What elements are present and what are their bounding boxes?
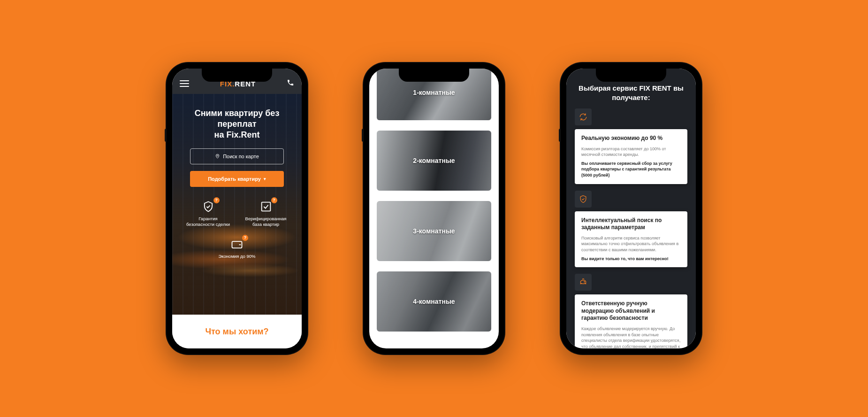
- notch: [202, 69, 272, 82]
- rooms-list: 1-комнатные 2-комнатные 3-комнатные 4-ко…: [369, 69, 499, 348]
- phone-mockup-1: FIX.RENT Сними квартиру без переплат на …: [167, 63, 307, 354]
- svg-point-3: [584, 282, 585, 282]
- call-button[interactable]: [287, 79, 294, 88]
- benefit-card-2: Интеллектуальный поиск по заданным парам…: [575, 211, 687, 268]
- room-card-label: 4-комнатные: [413, 298, 455, 305]
- feature-economy: Экономия до 90%: [182, 238, 292, 259]
- room-card-label: 1-комнатные: [413, 89, 455, 96]
- benefit-strong: Вы оплачиваете сервисный сбор за услугу …: [581, 161, 681, 178]
- phone-mockup-3: Выбирая сервис FIX RENT вы получаете: Ре…: [561, 63, 701, 354]
- find-apartment-button[interactable]: Подобрать квартиру ▾: [190, 171, 284, 187]
- wallet-icon: [230, 238, 244, 251]
- room-card-2[interactable]: 2-комнатные: [377, 131, 491, 191]
- room-card-4[interactable]: 4-комнатные: [377, 271, 491, 332]
- pin-icon: [215, 154, 220, 159]
- piggy-icon: [575, 274, 592, 291]
- feature-verified-label: Верифицированнаябаза квартир: [245, 216, 287, 227]
- section-heading: Что мы хотим?: [172, 315, 302, 348]
- phone-mockup-2: 1-комнатные 2-комнатные 3-комнатные 4-ко…: [364, 63, 504, 354]
- benefit-desc: Поисковый алгоритм сервиса позволяет мак…: [581, 235, 681, 253]
- feature-safety: Гарантиябезопасности сделки: [182, 200, 235, 227]
- find-apartment-label: Подобрать квартиру: [208, 176, 261, 182]
- benefit-desc: Комиссия риэлтора составляет до 100% от …: [581, 146, 681, 158]
- benefit-card-3: Ответственную ручную модерацию объявлени…: [575, 294, 687, 348]
- shield-check-icon: [575, 191, 592, 208]
- svg-point-0: [217, 155, 218, 156]
- room-card-label: 3-комнатные: [413, 227, 455, 235]
- room-card-label: 2-комнатные: [413, 157, 455, 164]
- shield-icon: [202, 200, 215, 213]
- footer-heading: Что мы хотим?: [205, 327, 268, 337]
- chevron-down-icon: ▾: [264, 177, 266, 181]
- notch: [596, 69, 666, 82]
- feature-economy-label: Экономия до 90%: [218, 254, 255, 259]
- benefit-title: Реальную экономию до 90 %: [581, 135, 681, 142]
- benefit-title: Ответственную ручную модерацию объявлени…: [581, 300, 681, 322]
- svg-rect-1: [261, 202, 270, 211]
- notch: [399, 69, 469, 82]
- benefits-section: Выбирая сервис FIX RENT вы получаете: Ре…: [566, 69, 696, 348]
- benefit-card-1: Реальную экономию до 90 % Комиссия риэлт…: [575, 129, 687, 184]
- hero-section: Сними квартиру без переплат на Fix.Rent …: [172, 94, 302, 315]
- benefit-strong: Вы видите только то, что вам интересно!: [581, 256, 681, 262]
- benefit-title: Интеллектуальный поиск по заданным парам…: [581, 217, 681, 232]
- room-card-3[interactable]: 3-комнатные: [377, 201, 491, 261]
- feature-verified: Верифицированнаябаза квартир: [239, 200, 292, 227]
- features-grid: Гарантиябезопасности сделки Верифицирова…: [182, 200, 292, 259]
- feature-safety-label: Гарантиябезопасности сделки: [186, 216, 230, 227]
- hero-title-line1: Сними квартиру без переплат: [182, 108, 292, 130]
- benefit-desc: Каждое объявление модерируется вручную. …: [581, 326, 681, 348]
- refresh-icon: [575, 108, 592, 125]
- map-search-button[interactable]: Поиск по карте: [190, 148, 284, 164]
- map-search-label: Поиск по карте: [223, 154, 259, 159]
- verified-icon: [259, 200, 273, 213]
- hero-title-line2: на Fix.Rent: [214, 130, 260, 140]
- menu-button[interactable]: [180, 80, 189, 87]
